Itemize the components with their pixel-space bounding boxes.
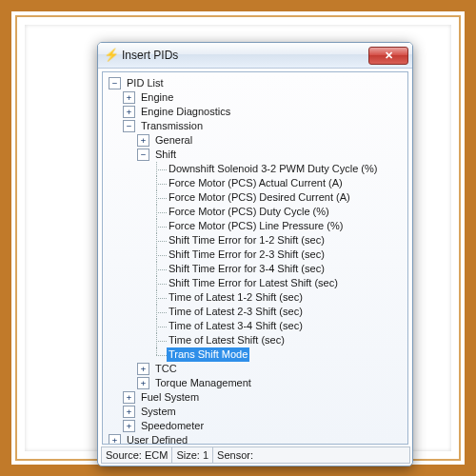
tree-node-engine-diagnostics[interactable]: + Engine Diagnostics: [105, 105, 407, 119]
tree-line-icon: [151, 190, 167, 205]
tree-line-icon: [151, 205, 167, 219]
tree-leaf-label: Force Motor (PCS) Line Pressure (%): [167, 219, 345, 233]
tree-leaf[interactable]: Force Motor (PCS) Line Pressure (%): [105, 219, 407, 233]
tree-label: Transmission: [139, 119, 205, 133]
tree-leaf[interactable]: Force Motor (PCS) Desired Current (A): [105, 190, 407, 205]
tree-line-icon: [151, 248, 167, 262]
tree-line-icon: [151, 305, 167, 319]
tree-node-general[interactable]: + General: [105, 133, 407, 148]
tree-leaf-label: Time of Latest Shift (sec): [167, 333, 287, 347]
expand-icon[interactable]: +: [123, 91, 135, 104]
tree-leaf[interactable]: Shift Time Error for 2-3 Shift (sec): [105, 248, 407, 262]
tree-leaf-label: Downshift Solenoid 3-2 PWM Duty Cycle (%…: [167, 162, 379, 176]
expand-icon[interactable]: +: [137, 377, 149, 389]
tree-leaf-label: Trans Shift Mode: [167, 347, 249, 362]
tree-line-icon: [151, 176, 167, 190]
status-sensor: Sensor:: [212, 446, 410, 464]
tree-line-icon: [151, 162, 167, 176]
tree-leaf[interactable]: Time of Latest 2-3 Shift (sec): [105, 305, 407, 319]
tree-leaf-label: Time of Latest 3-4 Shift (sec): [167, 319, 305, 333]
tree-leaf[interactable]: Shift Time Error for Latest Shift (sec): [105, 276, 407, 290]
tree-line-icon: [151, 347, 167, 362]
tree-leaf-label: Shift Time Error for 3-4 Shift (sec): [167, 262, 327, 276]
tree-label: Shift: [153, 148, 178, 162]
collapse-icon[interactable]: −: [109, 77, 121, 89]
close-button[interactable]: ✕: [368, 47, 408, 65]
expand-icon[interactable]: +: [123, 406, 135, 418]
tree-label: General: [153, 133, 194, 148]
insert-pids-dialog: ⚡ Insert PIDs ✕ − PID List + Engine: [97, 42, 413, 466]
tree-label: User Defined: [125, 433, 189, 445]
expand-icon[interactable]: +: [123, 106, 135, 118]
tree-node-speedometer[interactable]: + Speedometer: [105, 419, 407, 433]
close-icon: ✕: [385, 50, 393, 62]
tree-label: System: [139, 405, 178, 419]
tree-leaf[interactable]: Time of Latest Shift (sec): [105, 333, 407, 347]
expand-icon[interactable]: +: [123, 420, 135, 432]
tree-leaf-label: Time of Latest 2-3 Shift (sec): [167, 305, 305, 319]
collapse-icon[interactable]: −: [137, 149, 149, 161]
expand-icon[interactable]: +: [137, 363, 149, 375]
tree-line-icon: [151, 290, 167, 305]
tree-label: Fuel System: [139, 390, 201, 405]
expand-icon[interactable]: +: [109, 434, 121, 445]
status-size-label: Size:: [176, 449, 199, 461]
tree-leaf-label: Shift Time Error for 2-3 Shift (sec): [167, 248, 327, 262]
tree-leaf-label: Shift Time Error for 1-2 Shift (sec): [167, 233, 327, 248]
tree-leaf-label: Time of Latest 1-2 Shift (sec): [167, 290, 305, 305]
status-source-value: ECM: [145, 449, 168, 461]
tree-node-transmission[interactable]: − Transmission: [105, 119, 407, 133]
tree-leaf[interactable]: Time of Latest 1-2 Shift (sec): [105, 290, 407, 305]
tree-node-engine[interactable]: + Engine: [105, 90, 407, 105]
tree-line-icon: [151, 333, 167, 347]
window-title: Insert PIDs: [122, 49, 368, 62]
collapse-icon[interactable]: −: [123, 120, 135, 132]
status-size-value: 1: [203, 449, 208, 461]
titlebar[interactable]: ⚡ Insert PIDs ✕: [98, 43, 412, 69]
tree-label: Engine Diagnostics: [139, 105, 232, 119]
tree-label: TCC: [153, 362, 179, 376]
tree-leaf-label: Force Motor (PCS) Duty Cycle (%): [167, 205, 331, 219]
expand-icon[interactable]: +: [137, 134, 149, 147]
tree-leaf[interactable]: Shift Time Error for 3-4 Shift (sec): [105, 262, 407, 276]
status-size: Size: 1: [171, 446, 213, 464]
tree-node-shift[interactable]: − Shift: [105, 148, 407, 162]
tree-leaf[interactable]: Downshift Solenoid 3-2 PWM Duty Cycle (%…: [105, 162, 407, 176]
tree-leaf[interactable]: Time of Latest 3-4 Shift (sec): [105, 319, 407, 333]
tree-leaf-label: Shift Time Error for Latest Shift (sec): [167, 276, 340, 290]
status-bar: Source: ECM Size: 1 Sensor:: [101, 446, 409, 464]
tree-label: Speedometer: [139, 419, 206, 433]
status-sensor-label: Sensor:: [217, 449, 253, 461]
tree-label: PID List: [125, 76, 166, 90]
tree-leaf-label: Force Motor (PCS) Desired Current (A): [167, 190, 352, 205]
tree-node-torque-management[interactable]: + Torque Management: [105, 376, 407, 390]
status-source: Source: ECM: [101, 446, 172, 464]
tree-leaf-label: Force Motor (PCS) Actual Current (A): [167, 176, 345, 190]
tree-line-icon: [151, 262, 167, 276]
tree-line-icon: [151, 319, 167, 333]
bolt-icon: ⚡: [104, 49, 117, 62]
tree-node-user-defined[interactable]: + User Defined: [105, 433, 407, 445]
tree-leaf[interactable]: Force Motor (PCS) Duty Cycle (%): [105, 205, 407, 219]
tree-line-icon: [151, 219, 167, 233]
status-source-label: Source:: [106, 449, 142, 461]
tree-node-system[interactable]: + System: [105, 405, 407, 419]
tree-leaf[interactable]: Force Motor (PCS) Actual Current (A): [105, 176, 407, 190]
tree-label: Torque Management: [153, 376, 253, 390]
tree-leaf[interactable]: Shift Time Error for 1-2 Shift (sec): [105, 233, 407, 248]
tree-label: Engine: [139, 90, 175, 105]
tree-node-pid-list[interactable]: − PID List: [105, 76, 407, 90]
tree-leaf[interactable]: Trans Shift Mode: [105, 347, 407, 362]
tree-node-tcc[interactable]: + TCC: [105, 362, 407, 376]
tree-line-icon: [151, 276, 167, 290]
tree-line-icon: [151, 233, 167, 248]
tree-node-fuel-system[interactable]: + Fuel System: [105, 390, 407, 405]
pid-tree[interactable]: − PID List + Engine + Engine Diagnostics…: [102, 71, 408, 445]
expand-icon[interactable]: +: [123, 391, 135, 404]
